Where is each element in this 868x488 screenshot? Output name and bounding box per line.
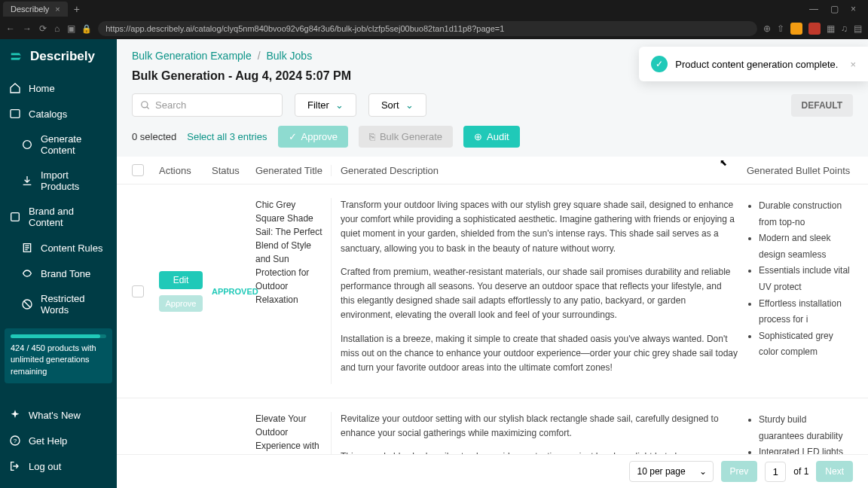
sidebar-item-label: What's New <box>29 410 81 421</box>
svg-text:?: ? <box>14 438 17 444</box>
toolbar: Search Filter ⌄ Sort ⌄ DEFAULT <box>117 93 868 126</box>
sidebar-item-label: Log out <box>29 461 61 472</box>
tone-icon <box>21 267 33 279</box>
sidebar-item-tone[interactable]: Brand Tone <box>0 261 117 286</box>
select-all-link[interactable]: Select all 3 entries <box>187 131 267 142</box>
per-page-select[interactable]: 10 per page ⌄ <box>629 461 714 482</box>
sort-label: Sort <box>381 99 399 111</box>
column-header: Status <box>212 165 255 176</box>
usage-box: 424 / 450 products with unlimited genera… <box>5 328 112 383</box>
row-checkbox[interactable] <box>132 285 144 297</box>
tab-title: Describely <box>11 5 49 14</box>
generated-description: Transform your outdoor living spaces wit… <box>331 198 738 384</box>
svg-point-1 <box>23 141 32 149</box>
breadcrumb-link[interactable]: Bulk Jobs <box>266 50 312 62</box>
breadcrumb-link[interactable]: Bulk Generation Example <box>132 50 252 62</box>
help-icon: ? <box>9 435 21 447</box>
share-icon[interactable]: ⇧ <box>777 23 784 34</box>
approve-label: Approve <box>301 131 338 142</box>
nav-shield-icon[interactable]: ▣ <box>67 23 75 34</box>
generated-bullets: Durable construction from top-no Modern … <box>738 198 853 384</box>
sidebar-item-label: Home <box>29 83 55 94</box>
sort-button[interactable]: Sort ⌄ <box>368 93 426 117</box>
sidebar-item-label: Content Rules <box>41 242 102 254</box>
toast-notification: ✓ Product content generation complete. × <box>639 47 868 81</box>
nav-back-icon[interactable]: ← <box>6 23 15 34</box>
zoom-icon[interactable]: ⊕ <box>763 23 771 34</box>
audit-label: Audit <box>487 131 509 142</box>
home-icon <box>9 82 21 94</box>
sidebar-item-brand[interactable]: Brand and Content <box>0 199 117 235</box>
logout-icon <box>9 460 21 472</box>
search-icon <box>140 100 151 111</box>
import-icon <box>21 175 33 187</box>
pagination: 10 per page ⌄ Prev of 1 Next <box>117 454 868 488</box>
breadcrumb-separator: / <box>258 50 261 62</box>
sidebar-item-help[interactable]: ? Get Help <box>0 428 117 453</box>
brand-name: Describely <box>30 49 95 64</box>
prev-button[interactable]: Prev <box>721 461 758 482</box>
bulk-generate-button[interactable]: ⎘ Bulk Generate <box>359 126 453 148</box>
results-table: Actions Status Generated Title Generated… <box>117 157 868 488</box>
sidebar-item-logout[interactable]: Log out <box>0 453 117 479</box>
sidebar-item-import[interactable]: Import Products <box>0 163 117 199</box>
edit-button[interactable]: Edit <box>159 271 203 289</box>
toast-close-icon[interactable]: × <box>850 59 856 70</box>
default-button[interactable]: DEFAULT <box>791 94 853 117</box>
extension-icon[interactable] <box>808 23 821 35</box>
table-row: Edit Approve APPROVED Chic Grey Square S… <box>117 185 868 398</box>
nav-reload-icon[interactable]: ⟳ <box>39 23 47 34</box>
sidebar-item-catalogs[interactable]: Catalogs <box>0 101 117 127</box>
nav-forward-icon[interactable]: → <box>23 23 32 34</box>
sidebar-item-rules[interactable]: Content Rules <box>0 235 117 261</box>
window-maximize-icon[interactable]: ▢ <box>830 4 839 14</box>
svg-point-6 <box>142 101 148 107</box>
filter-button[interactable]: Filter ⌄ <box>295 93 356 117</box>
browser-tab[interactable]: Describely × <box>3 2 68 17</box>
sidebar-item-generate[interactable]: Generate Content <box>0 127 117 163</box>
main-content: Bulk Generation Example / Bulk Jobs Bulk… <box>117 39 868 488</box>
svg-rect-2 <box>11 213 20 221</box>
chevron-down-icon: ⌄ <box>699 466 707 477</box>
search-input[interactable]: Search <box>132 93 283 117</box>
chevron-down-icon: ⌄ <box>405 99 414 111</box>
window-close-icon[interactable]: × <box>851 4 856 14</box>
generate-icon <box>21 139 33 151</box>
magnify-icon: ⊕ <box>474 131 482 142</box>
sidebar-item-whatsnew[interactable]: What's New <box>0 402 117 428</box>
sparkle-icon <box>9 409 21 421</box>
table-header: Actions Status Generated Title Generated… <box>117 157 868 185</box>
tab-close-icon[interactable]: × <box>55 5 60 14</box>
column-header: Actions <box>159 165 212 176</box>
window-minimize-icon[interactable]: — <box>809 4 818 14</box>
page-total: of 1 <box>793 466 808 477</box>
sidebar-item-label: Restricted Words <box>41 293 108 316</box>
extension-icon[interactable]: ▤ <box>854 23 862 34</box>
extension-icon[interactable]: ♫ <box>841 23 848 34</box>
check-icon: ✓ <box>289 131 297 142</box>
generated-title: Chic Grey Square Shade Sail: The Perfect… <box>255 198 331 384</box>
approve-row-button[interactable]: Approve <box>159 295 203 312</box>
page-input[interactable] <box>765 462 786 482</box>
next-button[interactable]: Next <box>816 461 853 482</box>
sidebar-item-label: Get Help <box>29 435 67 447</box>
sidebar-item-restricted[interactable]: Restricted Words <box>0 286 117 322</box>
url-input[interactable]: https://app.describely.ai/catalog/clyq5n… <box>98 21 757 36</box>
bulk-generate-label: Bulk Generate <box>380 131 442 142</box>
select-all-checkbox[interactable] <box>132 164 144 176</box>
approve-button[interactable]: ✓ Approve <box>278 126 348 148</box>
audit-button[interactable]: ⊕ Audit <box>463 126 520 148</box>
new-tab-icon[interactable]: + <box>74 3 80 15</box>
status-badge: APPROVED <box>212 287 258 296</box>
search-placeholder: Search <box>155 99 186 111</box>
extension-icon[interactable]: ▦ <box>827 23 835 34</box>
extension-icon[interactable] <box>790 23 802 35</box>
usage-bar <box>11 334 106 338</box>
sidebar-item-label: Import Products <box>41 169 108 192</box>
nav-home-icon[interactable]: ⌂ <box>54 23 60 34</box>
sidebar-item-home[interactable]: Home <box>0 75 117 101</box>
logo[interactable]: Describely <box>0 48 117 75</box>
sidebar: Describely Home Catalogs Generate Conten… <box>0 39 117 488</box>
restricted-icon <box>21 298 33 310</box>
brand-icon <box>9 211 21 223</box>
